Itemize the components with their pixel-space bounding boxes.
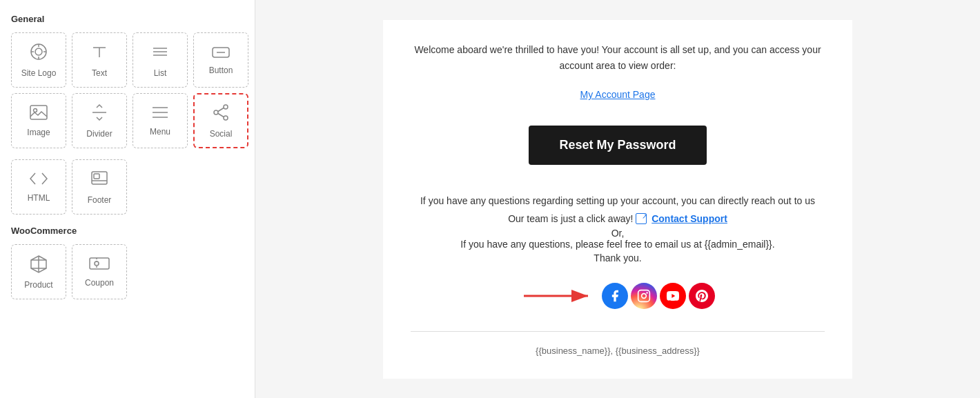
widget-footer-label: Footer: [88, 195, 112, 205]
team-text-content: Our team is just a click away!: [508, 213, 633, 224]
or-text: Or,: [411, 228, 825, 239]
svg-rect-13: [30, 106, 47, 119]
widget-footer[interactable]: Footer: [72, 159, 127, 215]
widget-html[interactable]: HTML: [11, 159, 66, 215]
widget-divider[interactable]: Divider: [72, 93, 127, 148]
footer-text: {{business_name}}, {{business_address}}: [411, 346, 825, 356]
image-icon: [29, 104, 48, 123]
svg-point-20: [214, 110, 218, 115]
social-icons-row: [411, 283, 825, 309]
target-icon: [29, 42, 48, 64]
widget-list-label: List: [154, 68, 167, 78]
widget-menu[interactable]: Menu: [133, 93, 188, 148]
instagram-icon[interactable]: [631, 283, 657, 309]
widget-image-label: Image: [27, 128, 50, 137]
facebook-icon[interactable]: [602, 283, 628, 309]
free-text: If you have any questions, please feel f…: [411, 239, 825, 250]
general-widget-grid-2: HTML Footer: [11, 159, 244, 215]
email-welcome-text: Welcome aboard we're thrilled to have yo…: [411, 42, 825, 75]
arrow-indicator: [520, 283, 596, 308]
email-preview: Welcome aboard we're thrilled to have yo…: [383, 20, 852, 379]
content-panel: Welcome aboard we're thrilled to have yo…: [255, 0, 980, 398]
widget-site-logo[interactable]: Site Logo: [11, 32, 66, 88]
questions-text: If you have any questions regarding sett…: [411, 195, 825, 206]
svg-rect-30: [90, 258, 109, 269]
widget-social-label: Social: [210, 129, 233, 139]
widget-divider-label: Divider: [86, 129, 112, 139]
widget-html-label: HTML: [28, 193, 50, 203]
svg-point-1: [35, 48, 42, 55]
widget-menu-label: Menu: [150, 127, 170, 137]
contact-support-icon: [636, 213, 647, 224]
html-icon: [28, 171, 49, 189]
svg-line-23: [218, 114, 224, 117]
product-icon: [29, 254, 48, 276]
svg-point-31: [95, 261, 99, 266]
arrow-svg: [520, 283, 596, 308]
email-body: Welcome aboard we're thrilled to have yo…: [411, 42, 825, 357]
svg-point-21: [224, 116, 228, 120]
widget-text[interactable]: Text: [72, 32, 127, 88]
coupon-icon: [88, 256, 110, 274]
svg-line-22: [218, 108, 224, 112]
widget-coupon-label: Coupon: [85, 278, 114, 288]
youtube-icon[interactable]: [660, 283, 686, 309]
button-icon: [211, 45, 231, 61]
widget-button[interactable]: Button: [193, 32, 248, 88]
list-icon: [150, 42, 170, 64]
sidebar: General Site Logo: [0, 0, 255, 398]
svg-rect-26: [94, 174, 99, 179]
widget-product[interactable]: Product: [11, 244, 66, 299]
text-icon: [90, 42, 109, 64]
contact-support-link[interactable]: Contact Support: [651, 213, 727, 224]
widget-button-label: Button: [209, 66, 233, 75]
general-widget-grid: Site Logo Text List: [11, 32, 244, 148]
woocommerce-section-title: WooCommerce: [11, 226, 244, 236]
svg-point-35: [642, 294, 647, 299]
widget-social[interactable]: Social: [193, 93, 248, 148]
thank-text: Thank you.: [411, 252, 825, 263]
svg-point-14: [34, 109, 37, 112]
menu-icon: [150, 105, 170, 123]
widget-coupon[interactable]: Coupon: [72, 244, 127, 299]
pinterest-icon[interactable]: [689, 283, 715, 309]
account-link[interactable]: My Account Page: [580, 89, 656, 100]
general-section-title: General: [11, 14, 244, 24]
widget-product-label: Product: [24, 280, 52, 290]
widget-image[interactable]: Image: [11, 93, 66, 148]
email-divider: [411, 331, 825, 332]
svg-point-19: [224, 105, 228, 109]
widget-text-label: Text: [92, 68, 107, 78]
svg-rect-34: [638, 290, 650, 302]
team-text: Our team is just a click away! Contact S…: [411, 213, 825, 225]
widget-list[interactable]: List: [133, 32, 188, 88]
divider-icon: [90, 103, 109, 125]
social-icon: [211, 103, 231, 125]
reset-password-button[interactable]: Reset My Password: [529, 126, 706, 165]
woo-widget-grid: Product Coupon: [11, 244, 244, 299]
svg-point-36: [646, 292, 648, 295]
social-icons: [602, 283, 715, 309]
widget-site-logo-label: Site Logo: [21, 68, 57, 78]
footer-icon: [90, 169, 109, 191]
